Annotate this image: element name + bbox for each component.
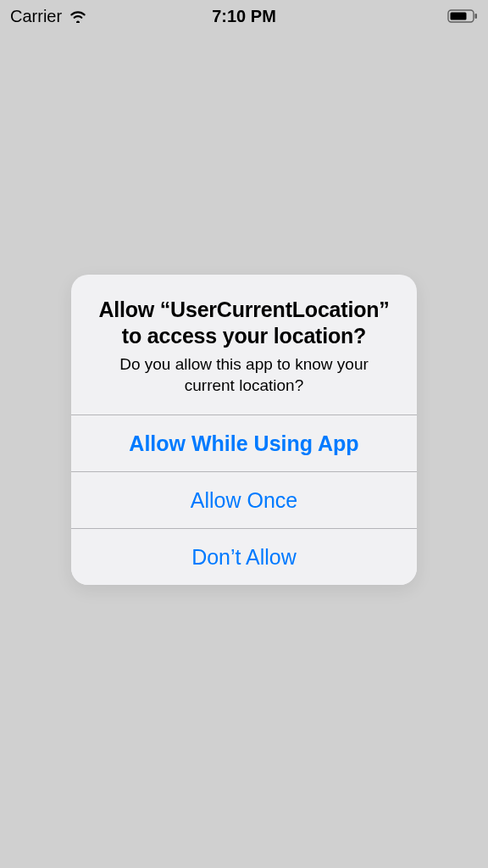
dont-allow-button[interactable]: Don’t Allow	[71, 528, 417, 585]
location-permission-dialog: Allow “UserCurrentLocation” to access yo…	[71, 275, 417, 586]
dialog-overlay: Allow “UserCurrentLocation” to access yo…	[0, 0, 488, 868]
dialog-title: Allow “UserCurrentLocation” to access yo…	[90, 297, 398, 350]
allow-while-using-button[interactable]: Allow While Using App	[71, 415, 417, 471]
dialog-message: Do you allow this app to know your curre…	[90, 354, 398, 396]
dialog-header: Allow “UserCurrentLocation” to access yo…	[71, 275, 417, 415]
allow-once-button[interactable]: Allow Once	[71, 471, 417, 528]
